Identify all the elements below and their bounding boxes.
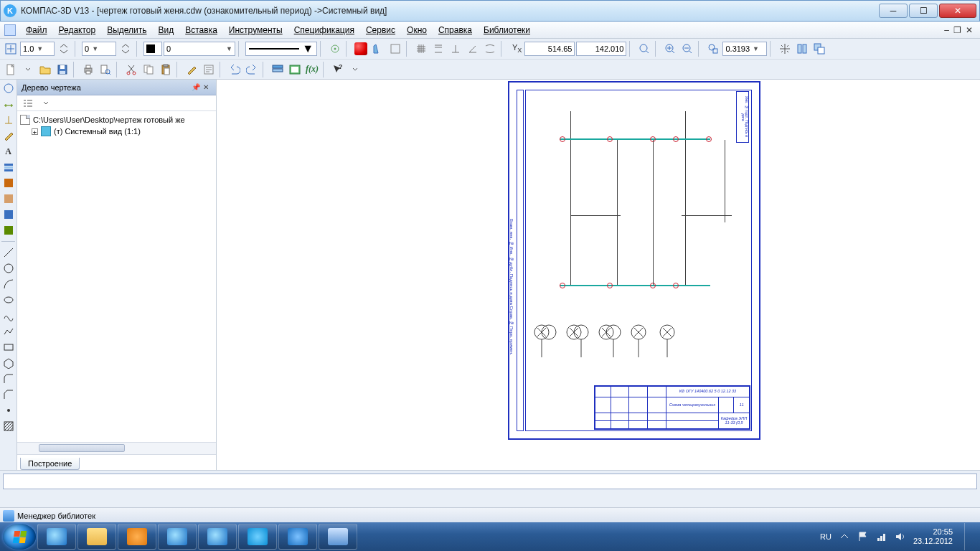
circle-cmd-icon[interactable] [1,261,16,276]
zoom-window-icon[interactable] [705,41,721,57]
tree-panel-header[interactable]: Дерево чертежа 📌 ✕ [17,80,216,95]
task-wmp[interactable] [118,524,156,550]
geometry-icon[interactable] [387,41,403,57]
tree-body[interactable]: C:\Users\User\Desktop\чертеж готовый же … [17,111,216,442]
tray-clock[interactable]: 20:55 23.12.2012 [913,527,953,546]
spline-cmd-icon[interactable] [1,309,16,323]
doc-close-button[interactable]: ✕ [966,26,973,34]
copy-props-icon[interactable] [184,62,199,77]
t2-icon[interactable] [1,176,16,190]
zoom-in-icon[interactable] [662,41,678,57]
open-icon[interactable] [37,62,53,77]
angle-icon[interactable] [465,41,481,57]
copy-icon[interactable] [141,62,156,77]
chamfer-cmd-icon[interactable] [1,387,16,402]
tree-horizontal-scrollbar[interactable] [17,442,216,454]
new-doc-dropdown-icon[interactable] [20,62,36,77]
polygon-cmd-icon[interactable] [1,356,16,370]
menu-spec[interactable]: Спецификация [288,24,360,37]
new-doc-icon[interactable] [3,62,19,77]
show-desktop-button[interactable] [964,523,973,550]
edit-tool-icon[interactable] [1,128,16,143]
window-close-button[interactable]: ✕ [939,4,976,18]
cursor-y-field[interactable] [576,42,626,56]
zoom-fit-icon[interactable] [636,41,652,57]
print-preview-icon[interactable] [98,62,113,77]
menu-view[interactable]: Вид [153,24,180,37]
pan-icon[interactable] [777,41,793,57]
line-style-combo[interactable]: ▼ [245,42,317,56]
menu-select[interactable]: Выделить [101,24,152,37]
start-button[interactable] [3,524,36,550]
point-cmd-icon[interactable] [1,403,16,418]
window-maximize-button[interactable]: ☐ [909,4,938,18]
rect-cmd-icon[interactable] [1,340,16,354]
task-ie3[interactable] [198,524,237,550]
t4-icon[interactable] [1,207,16,222]
layer-combo[interactable]: 0▼ [82,42,116,56]
tree-root-row[interactable]: C:\Users\User\Desktop\чертеж готовый же [20,114,213,126]
print-icon[interactable] [80,62,96,77]
table-tool-icon[interactable] [1,160,16,174]
library-manager-tab[interactable]: Менеджер библиотек [17,512,95,520]
window-minimize-button[interactable]: ─ [879,4,908,18]
save-icon[interactable] [55,62,70,77]
task-ie1[interactable] [37,524,76,550]
fillet-cmd-icon[interactable] [1,372,16,386]
menu-tools[interactable]: Инструменты [223,24,288,37]
symbols-tool-icon[interactable] [1,113,16,127]
pin-icon[interactable]: 📌 [192,83,200,92]
t3-icon[interactable] [1,192,16,206]
menu-insert[interactable]: Вставка [179,24,223,37]
grid-icon[interactable] [413,41,429,57]
zoom-out-icon[interactable] [679,41,695,57]
cursor-x-field[interactable] [524,42,575,56]
menu-file[interactable]: Файл [20,24,53,37]
tray-chevron-up-icon[interactable] [839,531,850,542]
tree-close-icon[interactable]: ✕ [203,83,212,92]
menu-service[interactable]: Сервис [360,24,401,37]
line-weight-combo[interactable]: 1.0▼ [20,42,55,56]
menu-window[interactable]: Окно [401,24,433,37]
snap-icon[interactable] [327,41,343,57]
menu-editor[interactable]: Редактор [53,24,102,37]
undo-icon[interactable] [227,62,242,77]
menu-libraries[interactable]: Библиотеки [478,24,536,37]
style-number-combo[interactable]: 0▼ [164,42,235,56]
zoom-scale-combo[interactable]: 0.3193▼ [722,42,767,56]
tree-view-mode-icon[interactable] [20,95,36,111]
perp-icon[interactable] [448,41,463,57]
window-list-icon[interactable] [811,41,827,57]
cut-icon[interactable] [123,62,139,77]
ellipse-cmd-icon[interactable] [1,293,16,307]
rebuild-icon[interactable] [794,41,810,57]
layer-stepper[interactable] [118,41,133,57]
paste-icon[interactable] [158,62,174,77]
shape-snap-icon[interactable] [370,41,386,57]
color-swatch[interactable] [143,42,162,56]
task-kompas[interactable] [278,524,317,550]
polyline-cmd-icon[interactable] [1,324,16,339]
hatch-cmd-icon[interactable] [1,419,16,433]
magnet-icon[interactable] [353,41,369,57]
doc-restore-button[interactable]: ❐ [953,26,961,34]
round-toggle-icon[interactable] [482,41,498,57]
tray-network-icon[interactable] [876,531,887,542]
tree-tab-build[interactable]: Построение [20,458,80,470]
system-menu-icon[interactable] [4,24,16,36]
redo-icon[interactable] [244,62,260,77]
tray-flag-icon[interactable] [857,531,869,542]
tray-volume-icon[interactable] [895,531,906,542]
views-manager-icon[interactable] [287,62,303,77]
tree-view-row[interactable]: + (т) Системный вид (1:1) [20,126,213,137]
task-explorer[interactable] [77,524,116,550]
current-state-icon[interactable] [3,41,19,57]
help-pointer-icon[interactable]: ? [330,62,346,77]
properties-icon[interactable] [201,62,217,77]
tree-view-dropdown-icon[interactable] [38,95,54,111]
command-input[interactable] [3,474,977,489]
layers-manager-icon[interactable] [270,62,286,77]
expand-icon[interactable]: + [32,128,38,135]
text-tool-icon[interactable]: A [1,144,16,159]
variables-icon[interactable]: f(x) [304,62,320,77]
